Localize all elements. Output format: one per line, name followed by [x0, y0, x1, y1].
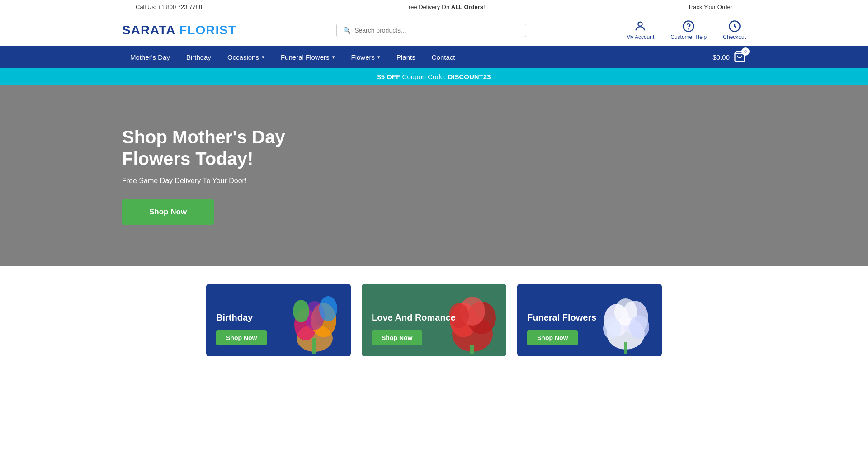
chevron-down-icon: ▾	[332, 54, 335, 60]
cart-badge: 0	[741, 47, 750, 56]
nav-item-mothers-day[interactable]: Mother's Day	[122, 46, 178, 68]
promo-code: DISCOUNT23	[448, 73, 491, 80]
phone-number: Call Us: +1 800 723 7788	[136, 4, 202, 10]
help-icon	[682, 20, 695, 33]
romance-shop-now-button[interactable]: Shop Now	[372, 330, 422, 345]
svg-rect-17	[470, 345, 474, 354]
nav-item-funeral-flowers[interactable]: Funeral Flowers ▾	[273, 46, 343, 68]
cards-section: Birthday Shop Now Love And Romance Shop …	[0, 266, 868, 374]
nav-item-flowers[interactable]: Flowers ▾	[343, 46, 389, 68]
checkout-icon	[728, 20, 741, 33]
funeral-shop-now-button[interactable]: Shop Now	[527, 330, 578, 345]
search-bar[interactable]: 🔍	[336, 24, 526, 37]
checkout-link[interactable]: Checkout	[723, 20, 746, 40]
search-icon: 🔍	[343, 27, 351, 34]
hero-shop-now-button[interactable]: Shop Now	[122, 199, 214, 225]
promo-off: $5 OFF	[377, 73, 401, 80]
birthday-shop-now-button[interactable]: Shop Now	[216, 330, 267, 345]
funeral-card-title: Funeral Flowers	[527, 312, 652, 323]
nav-item-contact[interactable]: Contact	[424, 46, 463, 68]
promo-bar: $5 OFF Coupon Code: DISCOUNT23	[0, 68, 868, 85]
search-input[interactable]	[354, 27, 519, 34]
cart-area[interactable]: $0.00 0	[712, 50, 746, 64]
delivery-notice: Free Delivery On ALL Orders!	[405, 4, 485, 10]
hero-subtitle: Free Same Day Delivery To Your Door!	[122, 177, 348, 185]
user-icon	[634, 20, 646, 33]
cart-price: $0.00	[712, 53, 730, 61]
main-nav: Mother's Day Birthday Occasions ▾ Funera…	[0, 46, 868, 68]
svg-point-0	[638, 22, 642, 26]
svg-rect-11	[312, 338, 316, 354]
logo[interactable]: SARATA FLORIST	[122, 23, 236, 38]
birthday-card-title: Birthday	[216, 312, 341, 323]
chevron-down-icon: ▾	[377, 54, 380, 60]
birthday-card: Birthday Shop Now	[206, 284, 351, 356]
cart-icon-wrap[interactable]: 0	[733, 50, 746, 64]
chevron-down-icon: ▾	[262, 54, 264, 60]
svg-point-2	[689, 28, 689, 29]
hero-content: Shop Mother's Day Flowers Today! Free Sa…	[122, 126, 348, 225]
romance-card-title: Love And Romance	[372, 312, 496, 323]
nav-item-occasions[interactable]: Occasions ▾	[219, 46, 273, 68]
top-bar: Call Us: +1 800 723 7788 Free Delivery O…	[0, 0, 868, 14]
nav-item-birthday[interactable]: Birthday	[178, 46, 219, 68]
header: SARATA FLORIST 🔍 My Account Customer Hel…	[0, 14, 868, 46]
header-actions: My Account Customer Help Checkout	[626, 20, 746, 40]
track-order-link[interactable]: Track Your Order	[688, 4, 732, 10]
nav-items: Mother's Day Birthday Occasions ▾ Funera…	[122, 46, 463, 68]
hero-section: Shop Mother's Day Flowers Today! Free Sa…	[0, 85, 868, 266]
funeral-card: Funeral Flowers Shop Now	[517, 284, 662, 356]
romance-card: Love And Romance Shop Now	[362, 284, 506, 356]
hero-title: Shop Mother's Day Flowers Today!	[122, 126, 348, 170]
customer-help-link[interactable]: Customer Help	[670, 20, 707, 40]
nav-item-plants[interactable]: Plants	[388, 46, 424, 68]
promo-text: Coupon Code:	[402, 73, 448, 80]
svg-rect-24	[624, 342, 627, 354]
my-account-link[interactable]: My Account	[626, 20, 654, 40]
